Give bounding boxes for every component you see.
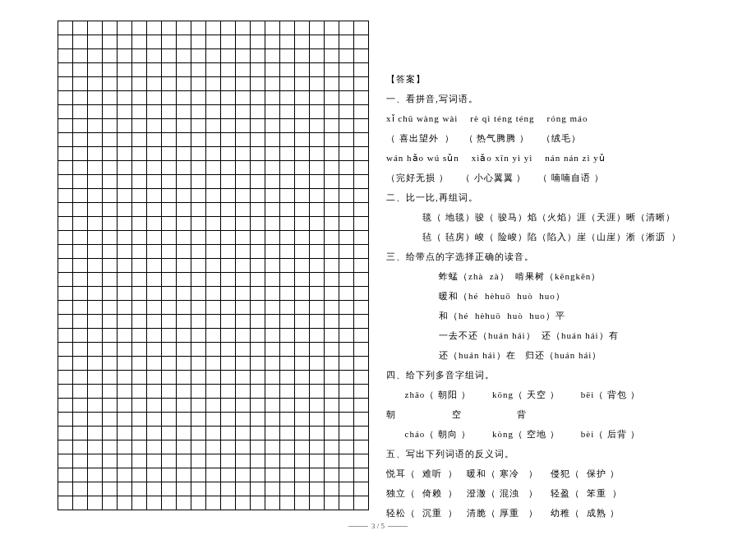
s3-line1: 蚱蜢（zhà zà） 啃果树（kěngkěn）	[386, 267, 740, 285]
s1-line1: xǐ chū wàng wài rè qì téng téng róng máo	[386, 109, 740, 127]
writing-grid-area	[0, 0, 378, 535]
s3-line3: 和（hé hèhuō huò huo）平	[386, 307, 740, 325]
page-footer: 3 / 5	[348, 522, 408, 530]
answers-heading: 【答案】	[386, 70, 740, 88]
section-1-title: 一、看拼音,写词语。	[386, 90, 740, 108]
s3-line5: 还（huán hái）在 归还（huán hái）	[386, 346, 740, 364]
section-3-title: 三、给带点的字选择正确的读音。	[386, 247, 740, 265]
footer-rule-right	[388, 526, 408, 527]
s4-line2: 朝 空 背	[386, 405, 740, 423]
section-4-title: 四、给下列多音字组词。	[386, 366, 740, 384]
section-5-title: 五、写出下列词语的反义词。	[386, 445, 740, 463]
s3-line4: 一去不还（huán hái） 还（huán hái）有	[386, 326, 740, 344]
s5-line2: 独立（ 倚赖 ） 澄澈（ 混浊 ） 轻盈（ 笨重 ）	[386, 484, 740, 502]
s3-line2: 暖和（hé hèhuō huò huo）	[386, 287, 740, 305]
s4-line3: cháo（ 朝向 ） kòng（ 空地 ） bèi（ 后背 ）	[386, 425, 740, 443]
s5-line1: 悦耳（ 难听 ） 暖和（ 寒冷 ） 侵犯（ 保护 ）	[386, 464, 740, 482]
s2-line1: 毯（ 地毯）骏（ 骏马）焰（火焰）涯（天涯）晰（清晰）	[386, 208, 740, 226]
answers-content: 【答案】 一、看拼音,写词语。 xǐ chū wàng wài rè qì té…	[378, 0, 756, 535]
footer-rule-left	[348, 526, 368, 527]
writing-grid	[58, 21, 369, 510]
s1-line2: （ 喜出望外 ） （ 热气腾腾 ） （绒毛）	[386, 129, 740, 147]
s1-line3: wán hǎo wú sǔn xiǎo xīn yì yì nán nán zì…	[386, 149, 740, 167]
s5-line3: 轻松（ 沉重 ） 清脆（ 厚重 ） 幼稚（ 成熟 ）	[386, 504, 740, 522]
s1-line4: （完好无损 ） （ 小心翼翼 ） （ 喃喃自语 ）	[386, 168, 740, 187]
page-number: 3 / 5	[371, 522, 385, 530]
s2-line2: 毡（ 毡房）峻（ 险峻）陷（陷入）崖（山崖）淅（淅沥 ）	[386, 228, 740, 246]
section-2-title: 二、比一比,再组词。	[386, 188, 740, 206]
s4-line1: zhāo（ 朝阳 ） kōng（ 天空 ） bēi（ 背包 ）	[386, 385, 740, 404]
